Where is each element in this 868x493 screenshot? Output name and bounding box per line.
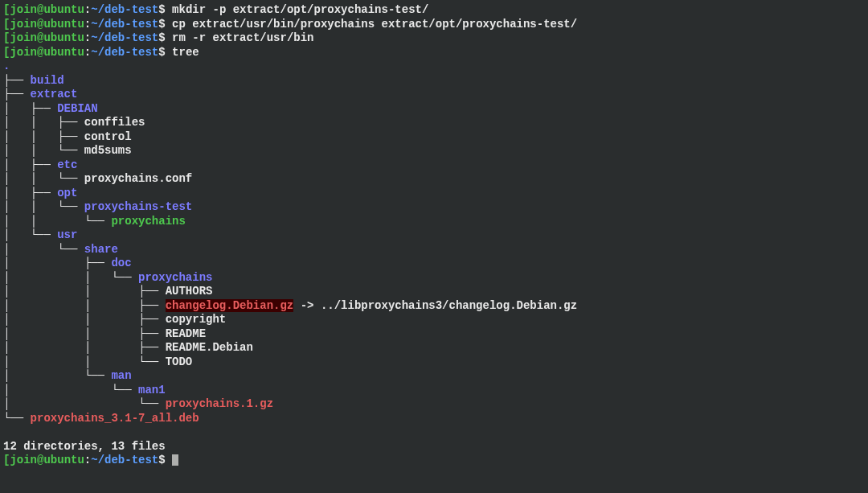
tree-row: │ │ └── proxychains [3, 271, 865, 286]
file-readme-debian: README.Debian [166, 341, 253, 354]
dir-etc: etc [57, 158, 77, 171]
cursor-icon [172, 454, 178, 466]
dir-usr: usr [57, 228, 77, 241]
tree-row: ├── build [3, 74, 865, 88]
dir-man1: man1 [138, 384, 166, 396]
dir-opt: opt [57, 187, 77, 199]
tree-row: │ │ ├── README.Debian [3, 341, 865, 355]
symlink-target: ../libproxychains3/changelog.Debian.gz [321, 299, 577, 312]
tree-row: │ │ └── proxychains.conf [3, 172, 865, 187]
file-man-gz: proxychains.1.gz [166, 397, 273, 410]
terminal-window[interactable]: [join@ubuntu:~/deb-test$ mkdir -p extrac… [3, 3, 865, 468]
dir-doc-proxychains: proxychains [138, 271, 212, 284]
dir-build: build [31, 74, 64, 87]
tree-row: │ │ └── TODO [3, 355, 865, 370]
dir-share: share [84, 243, 118, 256]
tree-summary: 12 directories, 13 files [3, 440, 865, 454]
tree-root: . [3, 60, 865, 74]
dir-debian: DEBIAN [57, 102, 97, 115]
tree-row: │ │ ├── copyright [3, 313, 865, 327]
tree-row: │ └── usr [3, 228, 865, 243]
tree-row: │ └── share [3, 243, 865, 257]
prompt-line-active[interactable]: [join@ubuntu:~/deb-test$ [3, 454, 865, 468]
prompt-line-2: [join@ubuntu:~/deb-test$ cp extract/usr/… [3, 18, 865, 32]
command-text: mkdir -p extract/opt/proxychains-test/ [172, 3, 428, 16]
tree-row: └── proxychains_3.1-7_all.deb [3, 412, 865, 426]
tree-row: │ ├── doc [3, 257, 865, 271]
tree-row: │ ├── opt [3, 187, 865, 201]
file-authors: AUTHORS [166, 285, 213, 298]
tree-row: │ │ ├── README [3, 327, 865, 342]
dir-extract: extract [31, 88, 78, 101]
prompt-line-4: [join@ubuntu:~/deb-test$ tree [3, 46, 865, 60]
tree-row: │ │ ├── AUTHORS [3, 285, 865, 299]
command-text: rm -r extract/usr/bin [172, 31, 313, 44]
file-proxychains-conf: proxychains.conf [84, 172, 192, 185]
prompt-line-3: [join@ubuntu:~/deb-test$ rm -r extract/u… [3, 31, 865, 46]
empty-line [3, 425, 865, 440]
tree-row: │ │ ├── conffiles [3, 116, 865, 130]
tree-row: │ │ ├── control [3, 130, 865, 145]
file-deb: proxychains_3.1-7_all.deb [31, 412, 199, 425]
dir-doc: doc [111, 257, 131, 269]
tree-row: │ └── man [3, 369, 865, 384]
file-changelog-broken: changelog.Debian.gz [166, 299, 294, 312]
command-text: tree [172, 46, 199, 59]
dir-man: man [111, 369, 131, 382]
tree-row: │ └── man1 [3, 384, 865, 398]
tree-row: │ ├── etc [3, 158, 865, 173]
tree-row: │ └── proxychains.1.gz [3, 397, 865, 412]
tree-row: │ │ └── proxychains-test [3, 200, 865, 215]
tree-row: ├── extract [3, 88, 865, 102]
file-readme: README [166, 327, 206, 340]
command-text: cp extract/usr/bin/proxychains extract/o… [172, 18, 577, 31]
tree-row: │ │ ├── changelog.Debian.gz -> ../libpro… [3, 299, 865, 314]
file-todo: TODO [166, 355, 193, 368]
file-control: control [84, 130, 132, 143]
file-conffiles: conffiles [84, 116, 145, 129]
file-proxychains-exec: proxychains [111, 215, 185, 228]
tree-row: │ ├── DEBIAN [3, 102, 865, 117]
prompt-line-1: [join@ubuntu:~/deb-test$ mkdir -p extrac… [3, 3, 865, 18]
tree-row: │ │ └── md5sums [3, 144, 865, 158]
file-md5sums: md5sums [84, 144, 132, 157]
dir-proxychains-test: proxychains-test [84, 200, 192, 213]
tree-row: │ │ └── proxychains [3, 215, 865, 229]
file-copyright: copyright [166, 313, 227, 326]
